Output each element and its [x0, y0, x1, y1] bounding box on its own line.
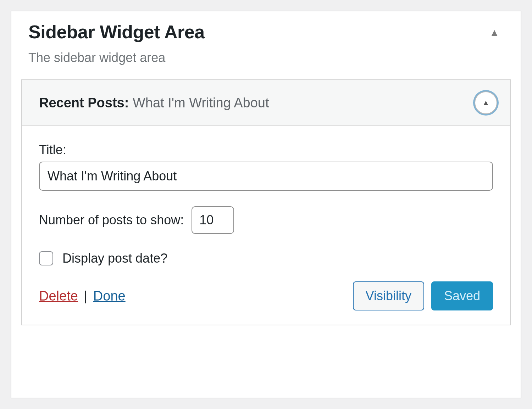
widget-recent-posts: Recent Posts: What I'm Writing About ▲ T… — [21, 79, 511, 325]
widget-instance-label: What I'm Writing About — [133, 95, 269, 110]
widget-header[interactable]: Recent Posts: What I'm Writing About ▲ — [22, 80, 510, 126]
link-separator: | — [84, 288, 87, 303]
widget-type-label: Recent Posts — [39, 95, 124, 110]
widget-body: Title: Number of posts to show: Display … — [22, 126, 510, 325]
panel-title: Sidebar Widget Area — [28, 21, 205, 43]
chevron-up-icon: ▲ — [482, 99, 490, 107]
title-label: Title: — [39, 142, 493, 157]
num-posts-label: Number of posts to show: — [39, 213, 184, 228]
sidebar-widget-area-panel: Sidebar Widget Area The sidebar widget a… — [11, 11, 521, 398]
title-input[interactable] — [39, 162, 493, 191]
collapse-widget-button[interactable]: ▲ — [475, 91, 497, 114]
num-posts-input[interactable] — [192, 206, 234, 234]
saved-button[interactable]: Saved — [431, 281, 493, 310]
delete-link[interactable]: Delete — [39, 288, 78, 303]
widget-header-text: Recent Posts: What I'm Writing About — [39, 95, 269, 111]
collapse-panel-icon[interactable]: ▲ — [489, 27, 499, 38]
visibility-button[interactable]: Visibility — [353, 281, 424, 310]
done-link[interactable]: Done — [93, 288, 126, 303]
panel-description: The sidebar widget area — [28, 50, 205, 65]
display-post-date-label: Display post date? — [62, 251, 167, 266]
display-post-date-checkbox[interactable] — [39, 251, 53, 265]
